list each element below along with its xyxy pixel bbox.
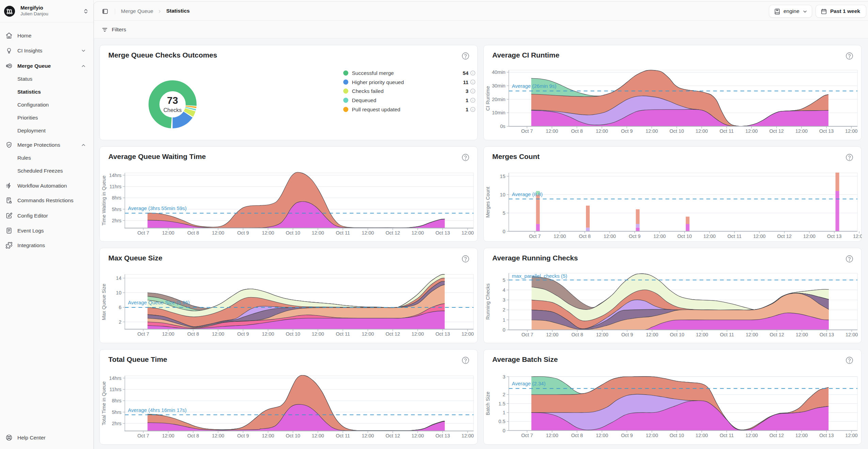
svg-text:12:00: 12:00 (462, 331, 474, 337)
svg-text:10min: 10min (492, 110, 506, 115)
svg-text:14hrs: 14hrs (109, 173, 121, 178)
svg-text:12:00: 12:00 (604, 234, 616, 239)
svg-text:Oct 11: Oct 11 (336, 230, 350, 236)
svg-text:12:00: 12:00 (546, 332, 558, 337)
svg-text:i: i (472, 71, 473, 75)
svg-text:12:00: 12:00 (262, 230, 274, 236)
svg-text:CI Runtime: CI Runtime (485, 86, 491, 111)
svg-text:5: 5 (502, 277, 505, 283)
svg-text:Oct 9: Oct 9 (621, 128, 633, 134)
svg-text:12:00: 12:00 (653, 234, 666, 239)
svg-text:12:00: 12:00 (262, 331, 274, 337)
svg-text:Oct 12: Oct 12 (777, 234, 792, 239)
svg-text:2hrs: 2hrs (112, 421, 121, 426)
svg-text:2: 2 (502, 392, 505, 397)
svg-text:Oct 13: Oct 13 (819, 128, 834, 134)
svg-text:Oct 13: Oct 13 (435, 230, 450, 236)
svg-text:Running Checks: Running Checks (485, 284, 491, 320)
svg-text:i: i (472, 108, 473, 111)
svg-text:1: 1 (502, 410, 505, 415)
svg-text:12:00: 12:00 (795, 128, 808, 134)
svg-text:Oct 9: Oct 9 (621, 332, 633, 337)
svg-text:12:00: 12:00 (745, 433, 758, 438)
svg-text:20min: 20min (492, 97, 506, 102)
svg-text:Oct 10: Oct 10 (669, 433, 684, 438)
svg-text:12:00: 12:00 (646, 332, 658, 337)
svg-text:Oct 8: Oct 8 (187, 433, 199, 438)
svg-text:Oct 8: Oct 8 (579, 234, 591, 239)
svg-text:12:00: 12:00 (212, 433, 224, 438)
svg-text:Oct 11: Oct 11 (336, 331, 350, 337)
svg-text:Pull request updated: Pull request updated (352, 107, 400, 112)
svg-text:12:00: 12:00 (696, 433, 708, 438)
svg-text:Oct 11: Oct 11 (336, 433, 350, 438)
svg-text:12:00: 12:00 (845, 128, 857, 134)
svg-text:Oct 9: Oct 9 (237, 433, 249, 438)
svg-text:73: 73 (167, 95, 178, 106)
svg-text:2: 2 (502, 307, 505, 312)
svg-text:Checks failed: Checks failed (352, 88, 384, 94)
svg-text:Oct 9: Oct 9 (237, 230, 249, 236)
svg-text:30min: 30min (492, 83, 506, 89)
svg-text:Average (8.8): Average (8.8) (512, 191, 543, 197)
svg-text:Oct 10: Oct 10 (669, 128, 684, 134)
svg-text:12:00: 12:00 (462, 230, 474, 236)
svg-text:1.5: 1.5 (498, 401, 505, 406)
svg-text:12:00: 12:00 (596, 128, 608, 134)
svg-text:Oct 12: Oct 12 (769, 128, 784, 134)
svg-text:12:00: 12:00 (596, 332, 608, 337)
svg-text:12:00: 12:00 (262, 433, 274, 438)
svg-text:5: 5 (502, 210, 505, 216)
svg-text:11: 11 (463, 79, 468, 85)
svg-text:12:00: 12:00 (795, 433, 808, 438)
svg-text:Oct 12: Oct 12 (769, 433, 784, 438)
svg-text:Oct 8: Oct 8 (571, 128, 583, 134)
svg-text:Oct 11: Oct 11 (719, 128, 734, 134)
svg-text:12:00: 12:00 (546, 433, 558, 438)
svg-text:0: 0 (502, 428, 505, 433)
svg-text:12:00: 12:00 (696, 332, 708, 337)
svg-text:Oct 11: Oct 11 (727, 234, 742, 239)
svg-text:12:00: 12:00 (312, 230, 324, 236)
svg-text:Oct 11: Oct 11 (719, 433, 734, 438)
svg-text:Time Waiting in Queue: Time Waiting in Queue (101, 176, 107, 225)
svg-text:i: i (472, 80, 473, 84)
svg-text:12:00: 12:00 (596, 433, 608, 438)
svg-text:Dequeued: Dequeued (352, 97, 376, 103)
svg-text:12:00: 12:00 (412, 433, 424, 438)
svg-text:Oct 7: Oct 7 (137, 331, 149, 337)
svg-text:Oct 8: Oct 8 (187, 331, 199, 337)
svg-text:Average (26min 9s): Average (26min 9s) (512, 83, 557, 89)
svg-text:Oct 12: Oct 12 (770, 332, 784, 337)
svg-text:12:00: 12:00 (462, 433, 474, 438)
svg-text:5hrs: 5hrs (112, 410, 121, 415)
svg-text:12:00: 12:00 (646, 433, 658, 438)
svg-text:12:00: 12:00 (362, 230, 374, 236)
svg-text:Oct 13: Oct 13 (435, 433, 450, 438)
svg-text:10: 10 (500, 192, 505, 197)
svg-text:Oct 13: Oct 13 (820, 332, 834, 337)
svg-text:12:00: 12:00 (412, 331, 424, 337)
svg-text:12:00: 12:00 (803, 234, 816, 239)
svg-text:Oct 8: Oct 8 (571, 332, 583, 337)
svg-text:3: 3 (502, 297, 505, 303)
svg-text:Oct 9: Oct 9 (621, 433, 633, 438)
svg-text:12:00: 12:00 (845, 433, 857, 438)
svg-text:Oct 7: Oct 7 (529, 234, 541, 239)
svg-text:Oct 7: Oct 7 (521, 433, 533, 438)
svg-text:Oct 7: Oct 7 (137, 433, 149, 438)
svg-text:Average Queue Size (5.96): Average Queue Size (5.96) (128, 300, 190, 305)
svg-text:Oct 13: Oct 13 (819, 433, 834, 438)
svg-text:Average (4hrs 16min 17s): Average (4hrs 16min 17s) (128, 407, 187, 413)
svg-text:12:00: 12:00 (696, 128, 708, 134)
svg-text:3: 3 (466, 88, 468, 94)
svg-text:12:00: 12:00 (162, 230, 174, 236)
svg-text:12:00: 12:00 (212, 331, 224, 337)
svg-text:1: 1 (502, 317, 505, 323)
svg-text:12:00: 12:00 (362, 331, 374, 337)
svg-text:12:00: 12:00 (646, 128, 658, 134)
svg-text:12:00: 12:00 (412, 230, 424, 236)
svg-text:5hrs: 5hrs (112, 207, 121, 212)
svg-text:8hrs: 8hrs (112, 398, 121, 403)
svg-text:Oct 12: Oct 12 (386, 230, 400, 236)
